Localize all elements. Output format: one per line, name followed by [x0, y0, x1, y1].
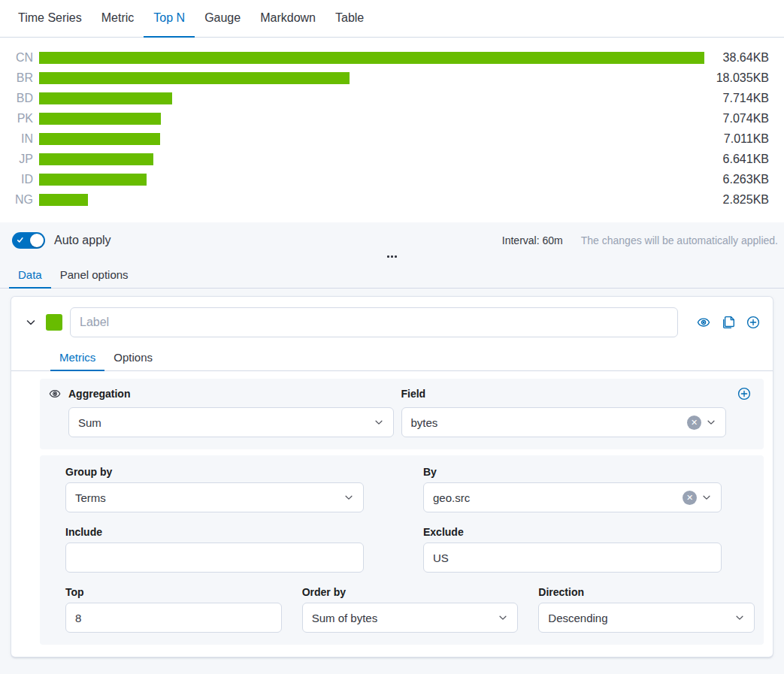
- series-tabs: Metrics Options: [11, 345, 773, 371]
- bar-track: [39, 92, 704, 104]
- auto-apply-note: The changes will be automatically applie…: [581, 234, 778, 246]
- editor-region: Auto apply Interval: 60m The changes wil…: [0, 222, 784, 657]
- bar-value-label: 18.035KB: [704, 71, 784, 85]
- direction-select[interactable]: Descending: [538, 603, 755, 633]
- chart-row: IN 7.011KB: [0, 128, 784, 149]
- by-field-value: geo.src: [433, 491, 470, 504]
- direction-value: Descending: [548, 612, 607, 624]
- tab-top-n[interactable]: Top N: [144, 0, 195, 38]
- dot: [391, 255, 393, 258]
- bar-category-label: IN: [0, 132, 33, 146]
- order-by-select[interactable]: Sum of bytes: [302, 603, 519, 633]
- bar-track: [39, 153, 704, 165]
- interval-label: Interval: 60m: [502, 234, 563, 246]
- chart-row: JP 6.641KB: [0, 149, 784, 169]
- bar-category-label: CN: [0, 51, 33, 65]
- aggregation-select[interactable]: Sum: [68, 407, 394, 437]
- bar-value-label: 2.825KB: [704, 193, 784, 207]
- bar-value-label: 38.64KB: [704, 51, 784, 65]
- tab-panel-options[interactable]: Panel options: [51, 261, 138, 289]
- chart-row: BR 18.035KB: [0, 68, 784, 88]
- dot: [395, 255, 397, 258]
- bar-track: [39, 52, 704, 64]
- chevron-down-icon: [344, 492, 354, 503]
- chevron-down-icon: [25, 316, 37, 328]
- bar-track: [39, 174, 704, 186]
- tab-metrics[interactable]: Metrics: [50, 345, 104, 371]
- tab-metric[interactable]: Metric: [92, 0, 144, 38]
- metrics-panel: Aggregation Field Sum: [11, 371, 773, 645]
- copy-icon: [722, 316, 735, 329]
- by-label: By: [423, 466, 722, 478]
- bar-value-label: 7.714KB: [704, 92, 784, 105]
- bar-track: [39, 133, 704, 145]
- include-label: Include: [65, 526, 364, 538]
- bar-value-label: 6.263KB: [704, 173, 784, 186]
- group-by-section: Group by Terms By geo.src: [40, 455, 764, 645]
- bar: [39, 153, 153, 165]
- add-series-button[interactable]: [744, 313, 762, 331]
- apply-status: Interval: 60m The changes will be automa…: [502, 234, 778, 246]
- group-by-value: Terms: [75, 491, 106, 504]
- series-color-swatch[interactable]: [46, 314, 62, 331]
- bar: [39, 133, 160, 145]
- tab-data[interactable]: Data: [9, 261, 51, 289]
- auto-apply-label: Auto apply: [54, 234, 111, 247]
- aggregation-label: Aggregation: [68, 388, 394, 400]
- aggregation-section: Aggregation Field Sum: [40, 379, 764, 449]
- bar-track: [39, 194, 704, 206]
- series-label-input[interactable]: [70, 307, 678, 337]
- top-n-chart: CN 38.64KB BR 18.035KB BD 7.714KB PK 7.0…: [0, 38, 784, 222]
- chart-row: BD 7.714KB: [0, 88, 784, 108]
- clear-field-icon[interactable]: ✕: [687, 416, 701, 430]
- tab-options[interactable]: Options: [104, 345, 162, 371]
- panel-menu-row: [0, 252, 784, 261]
- exclude-label: Exclude: [423, 526, 722, 538]
- bar-track: [39, 113, 704, 125]
- include-input[interactable]: [65, 543, 364, 573]
- bar: [39, 174, 147, 186]
- chart-row: ID 6.263KB: [0, 169, 784, 189]
- top-label: Top: [65, 586, 282, 598]
- tab-gauge[interactable]: Gauge: [195, 0, 250, 38]
- field-combobox[interactable]: bytes ✕: [401, 407, 727, 437]
- tab-time-series[interactable]: Time Series: [8, 0, 92, 38]
- by-field-combobox[interactable]: geo.src ✕: [423, 482, 722, 512]
- tab-markdown[interactable]: Markdown: [250, 0, 325, 38]
- panel-options-menu-button[interactable]: [384, 254, 400, 259]
- auto-apply-bar: Auto apply Interval: 60m The changes wil…: [0, 222, 784, 252]
- group-by-label: Group by: [65, 466, 364, 478]
- group-by-select[interactable]: Terms: [65, 482, 364, 512]
- check-icon: [17, 236, 25, 244]
- exclude-input[interactable]: [423, 543, 722, 573]
- clear-by-field-icon[interactable]: ✕: [683, 491, 697, 505]
- chart-row: CN 38.64KB: [0, 47, 784, 68]
- bar: [39, 92, 172, 104]
- collapse-series-button[interactable]: [22, 313, 40, 331]
- toggle-knob: [30, 234, 44, 247]
- bar-category-label: BD: [0, 92, 33, 105]
- bar-value-label: 7.011KB: [704, 132, 784, 146]
- bar-value-label: 6.641KB: [704, 153, 784, 166]
- clone-series-button[interactable]: [719, 313, 737, 331]
- add-metric-button[interactable]: [735, 385, 753, 403]
- series-header: [11, 297, 773, 345]
- auto-apply-toggle[interactable]: [12, 232, 45, 249]
- chevron-down-icon: [701, 492, 712, 503]
- toggle-series-visibility-button[interactable]: [695, 313, 713, 331]
- chart-row: NG 2.825KB: [0, 189, 784, 210]
- order-by-label: Order by: [302, 586, 519, 598]
- tab-table[interactable]: Table: [325, 0, 374, 38]
- plus-in-circle-icon: [737, 387, 751, 400]
- direction-label: Direction: [538, 586, 755, 598]
- aggregation-value: Sum: [78, 416, 101, 429]
- bar-category-label: BR: [0, 71, 33, 85]
- bar: [39, 113, 161, 125]
- bar-category-label: PK: [0, 112, 33, 125]
- bar-track: [39, 72, 704, 84]
- bar: [39, 194, 88, 206]
- series-editor-card: Metrics Options Aggregation: [11, 296, 773, 657]
- visualization-type-tabs: Time Series Metric Top N Gauge Markdown …: [0, 0, 784, 38]
- top-input[interactable]: [65, 603, 282, 633]
- chevron-down-icon: [374, 417, 384, 428]
